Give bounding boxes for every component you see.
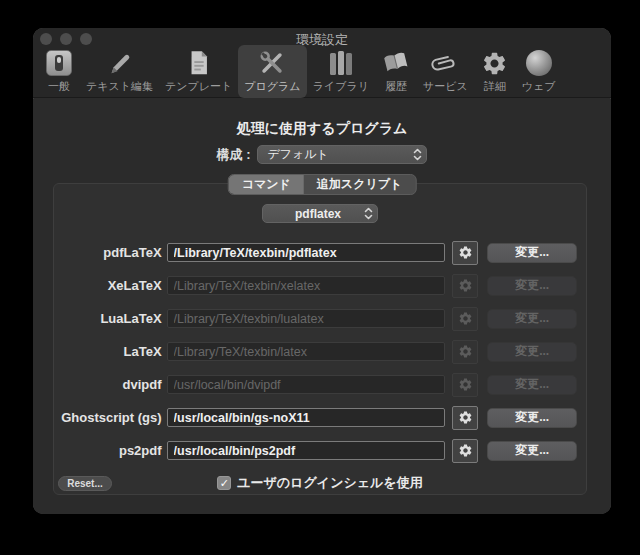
toolbar-item-advanced[interactable]: 詳細 bbox=[474, 45, 516, 98]
change-button: 変更... bbox=[487, 375, 577, 395]
configuration-popup[interactable]: デフォルト bbox=[257, 145, 427, 164]
books-icon bbox=[326, 48, 356, 78]
change-button: 変更... bbox=[487, 276, 577, 296]
program-path-input bbox=[167, 309, 446, 328]
tab-additional-scripts[interactable]: 追加スクリプト bbox=[304, 175, 415, 194]
commands-panel: pdflatex pdfLaTeX 変更... XeLaTeX 変更. bbox=[53, 183, 587, 495]
login-shell-option: ✓ ユーザのログインシェルを使用 bbox=[58, 474, 582, 492]
configuration-row: 構成 : デフォルト bbox=[33, 145, 611, 164]
row-pdflatex: pdfLaTeX 変更... bbox=[60, 236, 577, 269]
switch-icon bbox=[44, 48, 74, 78]
gear-button[interactable] bbox=[452, 241, 478, 265]
change-button[interactable]: 変更... bbox=[487, 243, 577, 263]
login-shell-checkbox[interactable]: ✓ bbox=[217, 476, 231, 490]
titlebar: 環境設定 bbox=[33, 28, 611, 46]
row-dvipdf: dvipdf 変更... bbox=[60, 368, 577, 401]
configuration-popup-value: デフォルト bbox=[258, 146, 426, 163]
program-rows: pdfLaTeX 変更... XeLaTeX 変更... LuaLaTeX bbox=[60, 236, 577, 467]
command-scripts-tabs: コマンド 追加スクリプト bbox=[228, 174, 417, 195]
toolbar-item-history[interactable]: 履歴 bbox=[375, 45, 417, 98]
toolbar-item-web[interactable]: ウェブ bbox=[516, 45, 562, 98]
program-path-input[interactable] bbox=[167, 408, 446, 427]
toolbar-item-general[interactable]: 一般 bbox=[38, 45, 80, 98]
change-button: 変更... bbox=[487, 342, 577, 362]
tools-icon bbox=[257, 48, 287, 78]
toolbar-item-text-editing[interactable]: テキスト編集 bbox=[80, 45, 159, 98]
tab-command[interactable]: コマンド bbox=[229, 175, 304, 194]
program-path-input bbox=[167, 276, 446, 295]
paperclip-icon bbox=[430, 48, 460, 78]
program-label: Ghostscript (gs) bbox=[60, 410, 162, 425]
toolbar-item-templates[interactable]: テンプレート bbox=[159, 45, 238, 98]
program-path-input[interactable] bbox=[167, 243, 446, 262]
row-ghostscript: Ghostscript (gs) 変更... bbox=[60, 401, 577, 434]
panel-footer: Reset... ✓ ユーザのログインシェルを使用 bbox=[58, 474, 582, 492]
change-button[interactable]: 変更... bbox=[487, 441, 577, 461]
gear-button bbox=[452, 340, 478, 364]
program-label: ps2pdf bbox=[60, 443, 162, 458]
gear-icon bbox=[480, 48, 510, 78]
gear-button bbox=[452, 307, 478, 331]
program-label: XeLaTeX bbox=[60, 278, 162, 293]
globe-icon bbox=[524, 48, 554, 78]
pencil-icon bbox=[105, 48, 135, 78]
program-path-input bbox=[167, 342, 446, 361]
document-icon bbox=[184, 48, 214, 78]
toolbar-item-services[interactable]: サービス bbox=[417, 45, 474, 98]
chevron-up-down-icon bbox=[413, 148, 422, 161]
change-button[interactable]: 変更... bbox=[487, 408, 577, 428]
gear-button bbox=[452, 274, 478, 298]
page-title: 処理に使用するプログラム bbox=[33, 120, 611, 138]
program-path-input bbox=[167, 375, 446, 394]
program-label: pdfLaTeX bbox=[60, 245, 162, 260]
configuration-label: 構成 : bbox=[217, 146, 251, 164]
toolbar: 一般 テキスト編集 テンプレート bbox=[38, 45, 611, 98]
gear-button[interactable] bbox=[452, 406, 478, 430]
pane-content: 処理に使用するプログラム 構成 : デフォルト コマンド 追加スクリプト pdf… bbox=[33, 99, 611, 514]
program-path-input[interactable] bbox=[167, 441, 446, 460]
chevron-up-down-icon bbox=[364, 207, 373, 220]
engine-popup[interactable]: pdflatex bbox=[262, 204, 378, 223]
gear-button[interactable] bbox=[452, 439, 478, 463]
desktop-background: 環境設定 一般 テキスト編集 テンプレート bbox=[0, 0, 640, 555]
row-ps2pdf: ps2pdf 変更... bbox=[60, 434, 577, 467]
login-shell-label: ユーザのログインシェルを使用 bbox=[237, 474, 422, 492]
program-label: dvipdf bbox=[60, 377, 162, 392]
row-lualatex: LuaLaTeX 変更... bbox=[60, 302, 577, 335]
row-xelatex: XeLaTeX 変更... bbox=[60, 269, 577, 302]
row-latex: LaTeX 変更... bbox=[60, 335, 577, 368]
toolbar-item-library[interactable]: ライブラリ bbox=[307, 45, 375, 98]
change-button: 変更... bbox=[487, 309, 577, 329]
engine-popup-value: pdflatex bbox=[263, 207, 377, 221]
toolbar-item-programs[interactable]: プログラム bbox=[238, 45, 306, 98]
program-label: LuaLaTeX bbox=[60, 311, 162, 326]
program-label: LaTeX bbox=[60, 344, 162, 359]
preferences-window: 環境設定 一般 テキスト編集 テンプレート bbox=[33, 28, 611, 514]
window-header: 環境設定 一般 テキスト編集 テンプレート bbox=[33, 28, 611, 98]
gear-button bbox=[452, 373, 478, 397]
open-book-icon bbox=[381, 48, 411, 78]
